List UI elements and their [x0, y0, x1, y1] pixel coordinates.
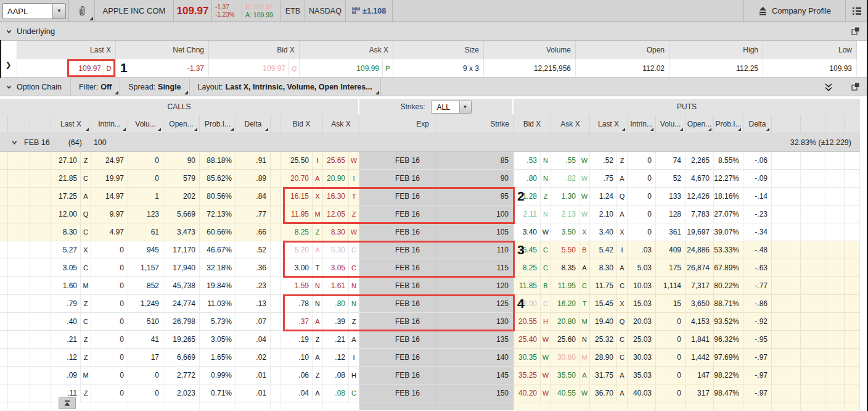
put-bid-cell[interactable]: 30.35W — [514, 349, 551, 367]
strike-cell[interactable]: 90 — [436, 170, 514, 188]
call-ask-cell[interactable]: .08H — [323, 367, 359, 384]
strike-cell[interactable]: 135 — [436, 331, 514, 349]
strikes-select[interactable]: ALL ▼ — [431, 101, 472, 114]
put-bid-cell[interactable]: 8.25C — [514, 259, 551, 277]
put-ask-cell[interactable]: 1.30W — [551, 188, 590, 206]
underlying-ask-cell[interactable]: 109.99P — [300, 59, 393, 77]
call-ask-cell[interactable]: 12.05Z — [323, 206, 359, 223]
call-last-cell[interactable]: .40C — [51, 313, 91, 331]
underlying-section-header[interactable]: Underlying — [0, 22, 868, 41]
symbol-dropdown-button[interactable]: ▼ — [52, 4, 65, 19]
put-bid-cell[interactable]: 11.85B — [514, 277, 551, 295]
expiration-group-row[interactable]: FEB 16 (64) 100 32.83% (±12.229) — [0, 133, 860, 152]
collapse-all-icon[interactable] — [824, 83, 833, 91]
put-bid-cell[interactable]: 25.40W — [514, 331, 551, 349]
call-ask-cell[interactable]: .08C — [323, 384, 359, 402]
put-last-cell[interactable]: .52Z — [590, 152, 628, 170]
menu-button[interactable] — [846, 0, 868, 22]
put-col-delta[interactable]: Delta — [743, 115, 772, 133]
put-bid-cell[interactable]: .80N — [514, 170, 551, 188]
put-bid-cell[interactable]: 35.25W — [514, 367, 551, 384]
put-ask-cell[interactable]: 25.60N — [551, 331, 590, 349]
call-col-volume[interactable]: Volu... — [128, 115, 163, 133]
call-last-cell[interactable]: 8.30C — [51, 223, 91, 241]
call-last-cell[interactable]: .21Z — [51, 331, 91, 349]
strike-cell[interactable]: 100 — [436, 206, 514, 223]
call-last-cell[interactable]: 5.27X — [51, 241, 91, 259]
put-last-cell[interactable]: 8.30A — [590, 259, 628, 277]
popout-icon[interactable] — [851, 83, 859, 91]
call-last-cell[interactable]: .09M — [51, 367, 91, 384]
strike-cell[interactable]: 105 — [436, 223, 514, 241]
put-bid-cell[interactable]: 40.20W — [514, 384, 551, 402]
strike-cell[interactable]: 85 — [436, 152, 514, 170]
put-bid-cell[interactable]: .53N — [514, 152, 551, 170]
strike-cell[interactable] — [436, 402, 514, 410]
call-ask-cell[interactable]: 3.05C — [323, 259, 359, 277]
call-last-cell[interactable]: 17.25A — [51, 188, 91, 206]
call-bid-cell[interactable]: 25.50I — [280, 152, 323, 170]
put-last-cell[interactable]: 5.42I — [590, 241, 628, 259]
put-col-intrinsic[interactable]: Intrin... — [628, 115, 656, 133]
spread-dropdown[interactable]: Spread:Single — [120, 78, 189, 96]
put-ask-cell[interactable]: 20.80M — [551, 313, 590, 331]
call-col-bid[interactable]: Bid X — [280, 115, 323, 133]
put-last-cell[interactable]: 15.45X — [590, 295, 628, 313]
put-last-cell[interactable]: 3.40X — [590, 223, 628, 241]
put-ask-cell[interactable]: 5.50B — [551, 241, 590, 259]
put-col-prob-itm[interactable]: Prob.I... — [714, 115, 743, 133]
call-bid-cell[interactable]: 8.25Z — [280, 223, 323, 241]
put-col-open-interest[interactable]: Open... — [686, 115, 714, 133]
underlying-last-cell[interactable]: 109.97 D 1 — [17, 59, 116, 77]
call-bid-cell[interactable]: .04A — [280, 384, 323, 402]
put-bid-cell[interactable]: 16.00C — [514, 295, 551, 313]
put-col-ask[interactable]: Ask X — [551, 115, 590, 133]
col-header-open[interactable]: Open — [576, 41, 669, 59]
option-chain-section-toggle[interactable]: Option Chain — [0, 78, 71, 96]
call-ask-cell[interactable]: .21A — [323, 331, 359, 349]
put-last-cell[interactable]: 25.32C — [590, 331, 628, 349]
call-ask-cell[interactable]: 16.30T — [323, 188, 359, 206]
put-ask-cell[interactable]: 3.50X — [551, 223, 590, 241]
call-last-cell[interactable]: 3.05C — [51, 259, 91, 277]
put-bid-cell[interactable]: 2.11N — [514, 206, 551, 223]
put-ask-cell[interactable]: 2.13W — [551, 206, 590, 223]
put-last-cell[interactable]: 31.75A — [590, 367, 628, 384]
call-ask-cell[interactable]: .39Z — [323, 313, 359, 331]
col-header-last-x[interactable]: Last X — [17, 41, 116, 59]
put-bid-cell[interactable]: 3.40W — [514, 223, 551, 241]
strike-cell[interactable]: 110 — [436, 241, 514, 259]
strike-cell[interactable]: 150 — [436, 384, 514, 402]
call-last-cell[interactable]: 1.60M — [51, 277, 91, 295]
call-ask-cell[interactable]: 8.30W — [323, 223, 359, 241]
strike-cell[interactable]: 120 — [436, 277, 514, 295]
strike-cell[interactable]: 130 — [436, 313, 514, 331]
put-last-cell[interactable]: 19.40Q — [590, 313, 628, 331]
put-last-cell[interactable]: .75A — [590, 170, 628, 188]
put-ask-cell[interactable]: 30.60M — [551, 349, 590, 367]
call-last-cell[interactable]: 12.00Q — [51, 206, 91, 223]
strike-cell[interactable]: 125 — [436, 295, 514, 313]
strike-cell[interactable]: 95 — [436, 188, 514, 206]
put-ask-cell[interactable]: 11.95C — [551, 277, 590, 295]
call-ask-cell[interactable]: 1.61N — [323, 277, 359, 295]
call-bid-cell[interactable]: 16.15X — [280, 188, 323, 206]
call-bid-cell[interactable]: .10A — [280, 349, 323, 367]
call-last-cell[interactable]: 27.10Z — [51, 152, 91, 170]
put-ask-cell[interactable]: 8.35A — [551, 259, 590, 277]
symbol-input[interactable]: AAPL — [3, 4, 52, 19]
put-ask-cell[interactable]: .82W — [551, 170, 590, 188]
call-bid-cell[interactable]: .06Z — [280, 367, 323, 384]
put-ask-cell[interactable]: 16.20T — [551, 295, 590, 313]
call-bid-cell[interactable]: 11.95M — [280, 206, 323, 223]
link-paperclip-button[interactable] — [69, 0, 95, 22]
call-ask-cell[interactable]: 5.30C — [323, 241, 359, 259]
strike-cell[interactable]: 145 — [436, 367, 514, 384]
call-col-delta[interactable]: Delta — [236, 115, 271, 133]
strikes-select-arrow[interactable]: ▼ — [459, 101, 471, 113]
put-last-cell[interactable]: 2.10A — [590, 206, 628, 223]
put-last-cell[interactable]: 11.75C — [590, 277, 628, 295]
call-ask-cell[interactable]: .12I — [323, 349, 359, 367]
col-header-size[interactable]: Size — [393, 41, 484, 59]
put-last-cell[interactable]: 36.70A — [590, 384, 628, 402]
